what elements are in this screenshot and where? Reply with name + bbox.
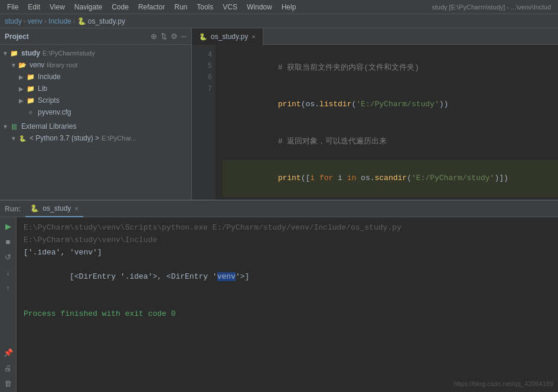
editor-tabs: 🐍 os_study.py × (192, 28, 558, 45)
breadcrumb-include[interactable]: Include (48, 17, 71, 25)
str-7: 'E:/PyCharm/study' (412, 174, 494, 182)
tab-os-study[interactable]: 🐍 os_study.py × (192, 28, 263, 45)
watermark: https://blog.csdn.net/qq_42064189 (453, 380, 553, 387)
fn-listdir-5: listdir (319, 100, 352, 109)
code-7c: i (333, 174, 347, 182)
output-line-blank (24, 296, 551, 308)
menu-window[interactable]: Window (242, 2, 277, 12)
run-tab-os-study[interactable]: 🐍 os_study × (25, 201, 83, 217)
fn-print-7: print (278, 174, 301, 182)
tree-arrow-study: ▼ (2, 50, 9, 57)
menu-edit[interactable]: Edit (23, 2, 45, 12)
tree-arrow-lib: ▶ (19, 86, 26, 92)
code-line-5: print(os.listdir('E:/PyCharm/study')) (223, 86, 558, 123)
breadcrumb: study › venv › Include › 🐍os_study.py (0, 14, 558, 28)
menu-help[interactable]: Help (277, 2, 301, 12)
tree-venv[interactable]: ▼ 📂 venv library root (0, 59, 191, 71)
run-play-button[interactable]: ▶ (2, 220, 15, 233)
folder-icon-lib: 📁 (26, 84, 35, 93)
tree-label-study: study (21, 49, 40, 57)
code-line-7: print([i for i in os.scandir('E:/PyCharm… (223, 160, 558, 197)
tree-pyvenv[interactable]: ▶ ≡ pyvenv.cfg (0, 106, 191, 118)
run-clear-button[interactable]: 🗑 (2, 377, 15, 390)
code-7d: os. (356, 174, 374, 182)
menu-file[interactable]: File (2, 2, 23, 12)
line-num-6: 6 (192, 72, 212, 83)
menu-view[interactable]: View (45, 2, 70, 12)
file-icon-pyvenv: ≡ (26, 107, 35, 117)
run-pin-button[interactable]: 📌 (2, 346, 15, 359)
tree-python37[interactable]: ▼ 🐍 < Python 3.7 (study) > E:\PyChar... (0, 132, 191, 144)
folder-icon-study: 📁 (9, 48, 19, 58)
run-rerun-button[interactable]: ↺ (2, 250, 15, 263)
tree-ext-libs[interactable]: ▼ ||| External Libraries (0, 120, 191, 132)
comment-4: # 获取当前文件夹的内容(文件和文件夹) (278, 63, 419, 72)
breadcrumb-venv[interactable]: venv (28, 17, 43, 25)
project-panel: Project ⊕ ⇅ ⚙ ─ ▼ 📁 study E:\PyCharm\stu… (0, 28, 192, 200)
run-scroll-down-button[interactable]: ↓ (2, 266, 15, 279)
minimize-icon[interactable]: ─ (181, 32, 187, 41)
project-tree: ▼ 📁 study E:\PyCharm\study ▼ 📂 venv libr… (0, 45, 191, 200)
menu-tools[interactable]: Tools (192, 2, 218, 12)
run-tab-close[interactable]: × (74, 205, 78, 212)
tree-label-lib: Lib (38, 84, 47, 93)
breadcrumb-file[interactable]: 🐍os_study.py (77, 17, 125, 25)
run-header: Run: 🐍 os_study × (0, 201, 558, 217)
kw-i-7: i (310, 174, 315, 182)
output-direntry-after: '>] (236, 272, 249, 281)
run-tab-python-icon: 🐍 (30, 204, 39, 213)
output-line-2: E:\PyCharm\study\venv\Include (24, 234, 551, 247)
project-header: Project ⊕ ⇅ ⚙ ─ (0, 28, 191, 45)
window-title: study [E:\PyCharm\study] - ...\venv\Incl… (432, 4, 556, 11)
add-module-icon[interactable]: ⊕ (151, 32, 157, 41)
run-print-button[interactable]: 🖨 (2, 361, 15, 374)
output-highlight-venv: venv (217, 272, 236, 281)
menu-vcs[interactable]: VCS (218, 2, 242, 12)
folder-icon-include: 📁 (26, 72, 35, 81)
menu-run[interactable]: Run (169, 2, 192, 12)
tree-label-extlibs: External Libraries (21, 122, 76, 130)
menu-refactor[interactable]: Refactor (133, 2, 169, 12)
code-content[interactable]: # 获取当前文件夹的内容(文件和文件夹) print(os.listdir('E… (216, 45, 558, 200)
output-direntry-before: [<DirEntry '.idea'>, <DirEntry ' (70, 272, 217, 281)
tree-study[interactable]: ▼ 📁 study E:\PyCharm\study (0, 47, 191, 59)
breadcrumb-study[interactable]: study (5, 17, 22, 25)
code-area: 4 5 6 7 # 获取当前文件夹的内容(文件和文件夹) print(os.li… (192, 45, 558, 200)
tree-scripts[interactable]: ▶ 📁 Scripts (0, 94, 191, 106)
breadcrumb-sep-3: › (73, 17, 76, 25)
tree-lib[interactable]: ▶ 📁 Lib (0, 83, 191, 94)
tree-path-python37: E:\PyChar... (102, 135, 136, 142)
library-icon-extlibs: ||| (9, 122, 19, 131)
line-num-5: 5 (192, 61, 212, 72)
project-title: Project (5, 32, 151, 41)
str-5: 'E:/PyCharm/study' (356, 100, 439, 109)
collapse-icon[interactable]: ⇅ (161, 32, 167, 41)
run-scroll-up-button[interactable]: ↑ (2, 281, 15, 294)
folder-icon-scripts: 📁 (26, 96, 35, 105)
output-line-exit: Process finished with exit code 0 (24, 308, 551, 321)
line-num-4: 4 (192, 50, 212, 61)
code-line-4: # 获取当前文件夹的内容(文件和文件夹) (223, 50, 558, 86)
menu-navigate[interactable]: Navigate (70, 2, 107, 12)
menu-code[interactable]: Code (107, 2, 133, 12)
tree-arrow-extlibs: ▼ (2, 123, 9, 130)
line-numbers: 4 5 6 7 (192, 45, 216, 200)
tree-include[interactable]: ▶ 📁 Include (0, 71, 191, 83)
run-toolbar: ▶ ■ ↺ ↓ ↑ 📌 🖨 🗑 (0, 217, 17, 392)
run-tab-label: os_study (43, 204, 71, 213)
run-stop-button[interactable]: ■ (2, 235, 15, 248)
run-panel: Run: 🐍 os_study × ▶ ■ ↺ ↓ ↑ 📌 🖨 🗑 E:\PyC… (0, 200, 558, 392)
fn-scandir-7: scandir (375, 174, 407, 182)
tree-arrow-include: ▶ (19, 74, 26, 80)
python-icon-37: 🐍 (18, 133, 27, 143)
settings-icon[interactable]: ⚙ (171, 32, 178, 41)
breadcrumb-sep-1: › (24, 17, 26, 25)
breadcrumb-sep-2: › (44, 17, 47, 25)
comment-6: # 返回对象，可以迭代遍历出来 (278, 137, 387, 146)
tab-close-button[interactable]: × (252, 33, 255, 40)
kw-for-7: for (319, 174, 333, 182)
menubar: File Edit View Navigate Code Refactor Ru… (0, 0, 558, 14)
code-7a: ([ (301, 174, 311, 182)
tree-label-include: Include (38, 73, 61, 81)
editor-area: Project ⊕ ⇅ ⚙ ─ ▼ 📁 study E:\PyCharm\stu… (0, 28, 558, 200)
